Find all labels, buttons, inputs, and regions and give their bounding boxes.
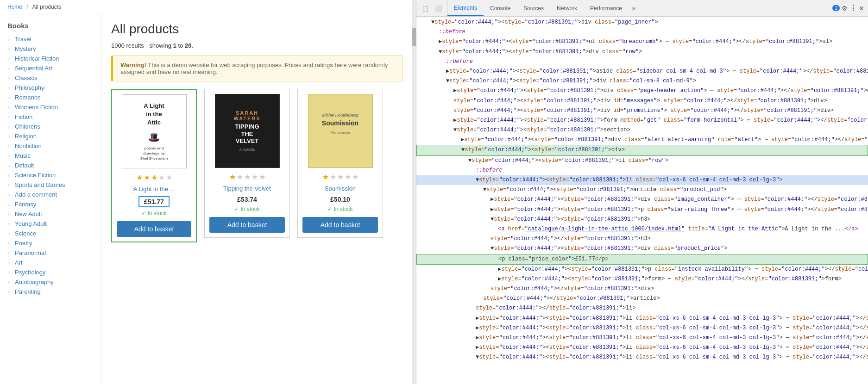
tab-elements[interactable]: Elements	[447, 0, 484, 16]
tree-line[interactable]: style="color:#444;"></style="color:#8813…	[416, 234, 868, 244]
tab-console[interactable]: Console	[484, 0, 517, 16]
devtools-more-icon[interactable]: ⋮	[849, 4, 857, 12]
tree-line[interactable]: ▼style="color:#444;"><style="color:#8813…	[416, 18, 868, 27]
add-basket-button-1[interactable]: Add to basket	[117, 221, 191, 237]
tree-line[interactable]: ::before	[416, 27, 868, 37]
tree-line[interactable]: <p class="price_color">£51.77</p>	[416, 254, 868, 265]
star-2-3: ★	[244, 173, 251, 181]
tree-line[interactable]: ▼style="color:#444;"><style="color:#8813…	[416, 156, 868, 166]
book-cover-3[interactable]: Michel Houellebecq Soumission Flammarion	[308, 94, 373, 168]
sidebar-item-autobiography: ○Autobiography	[7, 277, 94, 287]
sidebar-link-travel[interactable]: Travel	[15, 36, 31, 43]
sidebar-link-religion[interactable]: Religion	[15, 133, 37, 140]
tree-line[interactable]: ▶style="color:#444;"><style="color:#8813…	[416, 343, 868, 353]
product-title-2[interactable]: Tipping the Velvet	[209, 185, 285, 192]
tree-line[interactable]: ▶style="color:#444;"><style="color:#8813…	[416, 333, 868, 343]
tree-line[interactable]: ▼style="color:#444;"><style="color:#8813…	[416, 145, 868, 155]
tree-line[interactable]: <a href="catalogue/a-light-in-the-attic_…	[416, 224, 868, 234]
tree-line[interactable]: ▶style="color:#444;"><style="color:#8813…	[416, 116, 868, 125]
sidebar-link-sequential-art[interactable]: Sequential Art	[15, 65, 52, 72]
sidebar-link-science[interactable]: Science	[15, 230, 36, 237]
tab-sources[interactable]: Sources	[517, 0, 550, 16]
tree-line[interactable]: ▶style="color:#444;"><style="color:#8813…	[416, 135, 868, 145]
tree-line[interactable]: ▼style="color:#444;"><style="color:#8813…	[416, 185, 868, 195]
tree-line[interactable]: ▶style="color:#444;"><style="color:#8813…	[416, 274, 868, 284]
devtools-close-icon[interactable]: ✕	[859, 5, 864, 12]
add-basket-button-3[interactable]: Add to basket	[302, 217, 378, 233]
sidebar-link-classics[interactable]: Classics	[15, 74, 37, 81]
tab-performance[interactable]: Performance	[584, 0, 629, 16]
book-cover-1[interactable]: A Lightin theAttic 🎩 poems anddrawings b…	[122, 94, 187, 168]
sidebar-item-fantasy: ○Fantasy	[7, 199, 94, 209]
sidebar-link-nonfiction[interactable]: Nonfiction	[15, 142, 42, 149]
inspect-icon[interactable]: ⬚	[420, 3, 430, 13]
breadcrumb-home[interactable]: Home	[7, 4, 22, 10]
tree-line[interactable]: style="color:#444;"><style="color:#88139…	[416, 106, 868, 116]
tree-line[interactable]: ▶style="color:#444;"><style="color:#8813…	[416, 265, 868, 274]
tree-line[interactable]: ▶style="color:#444;"><style="color:#8813…	[416, 67, 868, 76]
tab-network[interactable]: Network	[550, 0, 584, 16]
sidebar-link-philosophy[interactable]: Philosophy	[15, 84, 44, 91]
sidebar-link-paranormal[interactable]: Paranormal	[15, 249, 46, 256]
sidebar-link-art[interactable]: Art	[15, 259, 23, 266]
tree-line[interactable]: ▼style="color:#444;"><style="color:#8813…	[416, 244, 868, 254]
tree-line[interactable]: ▶style="color:#444;"><style="color:#8813…	[416, 205, 868, 215]
tree-content: ▶style="color:#444;"><style="color:#8813…	[453, 116, 868, 125]
tab-more[interactable]: »	[629, 0, 639, 16]
tree-line[interactable]: ▼style="color:#444;"><style="color:#8813…	[416, 125, 868, 135]
tree-line[interactable]: ▶style="color:#444;"><style="color:#8813…	[416, 86, 868, 96]
sidebar-link-new-adult[interactable]: New Adult	[15, 211, 42, 217]
sidebar-link-womens-fiction[interactable]: Womens Fiction	[15, 104, 58, 111]
sidebar-link-add-a-comment[interactable]: Add a comment	[15, 191, 57, 198]
tree-line[interactable]: style="color:#444;"></style="color:#8813…	[416, 294, 868, 303]
tree-line[interactable]: ▶style="color:#444;"><style="color:#8813…	[416, 37, 868, 47]
product-title-3[interactable]: Soumission	[302, 185, 378, 192]
tree-content: ▼style="color:#444;"><style="color:#8813…	[483, 186, 727, 194]
sidebar-link-fiction[interactable]: Fiction	[15, 113, 32, 120]
sidebar-link-psychology[interactable]: Psychology	[15, 269, 45, 276]
tree-line[interactable]: style="color:#444;"><style="color:#88139…	[416, 96, 868, 106]
tree-line[interactable]: ▼style="color:#444;"><style="color:#8813…	[416, 76, 868, 86]
tree-line[interactable]: ▼style="color:#444;"><style="color:#8813…	[416, 175, 868, 185]
price-wrapper-2: £53.74	[209, 196, 285, 203]
sidebar-link-sports-and-games[interactable]: Sports and Games	[15, 181, 65, 188]
sidebar-item-childrens: ○Childrens	[7, 122, 94, 131]
tree-line[interactable]: style="color:#444;"></style="color:#8813…	[416, 284, 868, 294]
results-start: 1	[173, 42, 176, 49]
tree-content: ▶style="color:#444;"><style="color:#8813…	[476, 343, 868, 352]
bullet-icon: ○	[7, 183, 12, 187]
add-basket-button-2[interactable]: Add to basket	[209, 217, 285, 233]
sidebar-link-default[interactable]: Default	[15, 162, 34, 169]
main-scrollbar[interactable]	[412, 0, 416, 384]
sidebar-link-autobiography[interactable]: Autobiography	[15, 279, 54, 285]
devtools-settings-icon[interactable]: ⚙	[842, 5, 848, 12]
sidebar-link-young-adult[interactable]: Young Adult	[15, 220, 47, 227]
sidebar-link-science-fiction[interactable]: Science Fiction	[15, 172, 56, 179]
tree-line[interactable]: ▶style="color:#444;"><style="color:#8813…	[416, 195, 868, 204]
product-title-1[interactable]: A Light in the ...	[117, 186, 191, 192]
sidebar-link-historical-fiction[interactable]: Historical Fiction	[15, 55, 59, 62]
sidebar-link-mystery[interactable]: Mystery	[15, 45, 36, 52]
tree-content: ::before	[476, 166, 503, 175]
tree-line[interactable]: style="color:#444;"></style="color:#8813…	[416, 303, 868, 313]
device-icon[interactable]: ⬜	[433, 3, 443, 13]
tree-line[interactable]: ::before	[416, 166, 868, 175]
tree-line[interactable]: ::before	[416, 57, 868, 67]
sidebar-item-default: ○Default	[7, 161, 94, 170]
sidebar-link-poetry[interactable]: Poetry	[15, 240, 32, 247]
product-card-2: SARAHWATERS TIPPINGTHEVELVET A NOVEL ★ ★…	[204, 89, 290, 238]
sidebar-link-romance[interactable]: Romance	[15, 94, 41, 101]
book-cover-2[interactable]: SARAHWATERS TIPPINGTHEVELVET A NOVEL	[215, 94, 280, 168]
star-2-4: ★	[252, 173, 258, 181]
sidebar-link-parenting[interactable]: Parenting	[15, 288, 41, 295]
tree-line[interactable]: ▶style="color:#444;"><style="color:#8813…	[416, 314, 868, 323]
sidebar-link-childrens[interactable]: Childrens	[15, 123, 40, 130]
sidebar-link-music[interactable]: Music	[15, 152, 31, 159]
tree-line[interactable]: ▼style="color:#444;"><style="color:#8813…	[416, 353, 868, 362]
star-1-2: ★	[144, 173, 150, 182]
tree-line[interactable]: ▶style="color:#444;"><style="color:#8813…	[416, 323, 868, 333]
tree-line[interactable]: ▼style="color:#444;"><style="color:#8813…	[416, 47, 868, 57]
bullet-icon: ○	[7, 280, 12, 285]
tree-line[interactable]: ▼style="color:#444;"><style="color:#8813…	[416, 215, 868, 224]
sidebar-link-fantasy[interactable]: Fantasy	[15, 201, 36, 208]
